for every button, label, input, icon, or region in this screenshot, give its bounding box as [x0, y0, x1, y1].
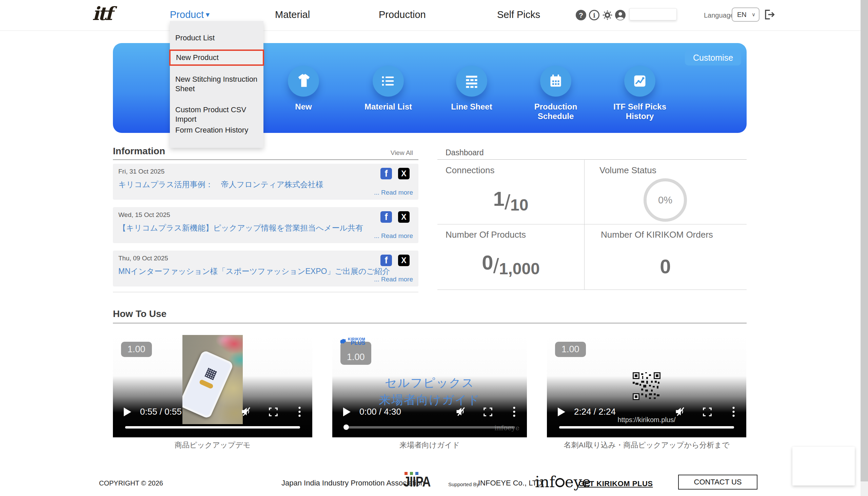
- kebab-menu-icon[interactable]: [732, 406, 735, 419]
- nav-product[interactable]: Product▼: [170, 9, 211, 20]
- calendar-icon: [540, 65, 571, 97]
- news-title-link[interactable]: MNインターファッション様「スポーツファッションEXPO」ご出展のご紹介: [118, 266, 390, 277]
- shortcut-label: Line Sheet: [434, 102, 509, 111]
- read-more-link[interactable]: ... Read more: [374, 232, 413, 240]
- news-item: Fri, 31 Oct 2025 キリコムプラス活用事例： 帝人フロンティア株式…: [113, 164, 418, 200]
- get-kirikom-plus-link[interactable]: GET KIRIKOM PLUS: [578, 479, 653, 488]
- x-icon[interactable]: X: [398, 168, 409, 179]
- volume-status-ring: 0%: [644, 178, 687, 222]
- customise-button[interactable]: Customise: [685, 50, 741, 65]
- nav-material[interactable]: Material: [275, 9, 310, 20]
- shortcut-line-sheet[interactable]: Line Sheet: [434, 65, 509, 111]
- how-to-use-title: How To Use: [113, 309, 167, 319]
- logout-icon[interactable]: [763, 8, 776, 22]
- dashboard-mid-divider: [437, 224, 747, 224]
- fullscreen-icon[interactable]: [483, 407, 493, 418]
- connections-label: Connections: [446, 165, 495, 176]
- shortcut-self-picks-history[interactable]: ITF Self Picks History: [603, 65, 677, 121]
- progress-handle[interactable]: [343, 424, 349, 430]
- dashboard-divider: [437, 159, 747, 160]
- language-label: Language: [704, 12, 734, 19]
- shortcut-material-list[interactable]: Material List: [351, 65, 425, 111]
- facebook-icon[interactable]: f: [381, 211, 392, 223]
- nav-self-picks[interactable]: Self Picks: [497, 9, 540, 20]
- infoeye-logo-left: inf: [535, 473, 555, 491]
- chart-icon: [624, 65, 655, 97]
- line-sheet-icon: [456, 65, 487, 97]
- shortcut-new[interactable]: New: [266, 65, 341, 111]
- language-value: EN: [737, 11, 747, 19]
- dropdown-item-new-stitching[interactable]: New Stitching Instruction Sheet: [175, 75, 259, 94]
- x-icon[interactable]: X: [398, 254, 409, 266]
- dropdown-item-csv-import[interactable]: Custom Product CSV Import: [175, 105, 259, 124]
- news-item: Wed, 15 Oct 2025 【キリコムプラス新機能】ピックアップ情報を営業…: [113, 207, 418, 243]
- scrollbar[interactable]: [861, 0, 868, 496]
- x-icon[interactable]: X: [398, 211, 409, 223]
- infoeye-company-text: INFOEYE Co., LTD.: [478, 479, 544, 487]
- information-title: Information: [113, 146, 165, 157]
- nav-production[interactable]: Production: [379, 9, 426, 20]
- play-button[interactable]: [343, 407, 351, 416]
- floating-panel: [792, 447, 855, 485]
- facebook-icon[interactable]: f: [381, 168, 392, 179]
- volume-status-label: Volume Status: [600, 165, 656, 176]
- news-title-link[interactable]: 【キリコムプラス新機能】ピックアップ情報を営業担当へメール共有: [118, 223, 363, 233]
- contact-us-button[interactable]: CONTACT US: [678, 475, 758, 490]
- tshirt-icon: [288, 65, 319, 97]
- news-item: Thu, 09 Oct 2025 MNインターファッション様「スポーツファッショ…: [113, 250, 418, 286]
- video-time: 0:00 / 4:30: [359, 406, 401, 417]
- nav-product-label: Product: [170, 9, 204, 20]
- qr-code: [633, 372, 661, 401]
- video-overlay-text: セルフピックス: [332, 375, 527, 391]
- infoeye-eye-icon: [555, 478, 564, 487]
- dropdown-item-product-list[interactable]: Product List: [175, 33, 259, 43]
- video-caption: 来場者向けガイド: [332, 440, 527, 450]
- itf-logo[interactable]: itf: [92, 3, 111, 25]
- account-icon[interactable]: [615, 10, 625, 20]
- shortcut-production-schedule[interactable]: Production Schedule: [518, 65, 593, 121]
- page: itf Product▼ Material Production Self Pi…: [0, 0, 868, 496]
- video-player-analysis-guide[interactable]: 1.00 h: [547, 335, 746, 437]
- dropdown-item-new-product[interactable]: New Product: [169, 49, 264, 66]
- scrollbar-end: [861, 481, 868, 496]
- video-player-pickup-demo[interactable]: 1.00 0:55 / 0:55: [113, 335, 312, 437]
- mute-icon[interactable]: [675, 405, 687, 419]
- view-all-link[interactable]: View All: [391, 149, 413, 157]
- header-input[interactable]: [629, 8, 677, 20]
- kirikom-mascot-icon: [339, 338, 347, 345]
- video-progress-bar[interactable]: [559, 426, 734, 429]
- mute-icon[interactable]: [241, 405, 253, 419]
- read-more-link[interactable]: ... Read more: [374, 276, 413, 283]
- mute-icon[interactable]: [455, 405, 467, 419]
- help-icon[interactable]: ?: [576, 10, 586, 20]
- video-player-visitor-guide[interactable]: 1.00 KIRIKOM PLUS セルフピックス 来場者向けガイド infoe…: [332, 335, 527, 437]
- list-icon: [373, 65, 404, 97]
- facebook-icon[interactable]: f: [381, 254, 392, 266]
- connections-total: 10: [510, 196, 528, 214]
- fullscreen-icon[interactable]: [702, 407, 712, 418]
- kirikom-plus-logo: KIRIKOM PLUS: [339, 338, 365, 345]
- info-icon[interactable]: i: [589, 10, 600, 20]
- dashboard-bottom-divider: [437, 290, 747, 290]
- play-button[interactable]: [124, 407, 131, 416]
- fullscreen-icon[interactable]: [268, 407, 278, 418]
- video-progress-bar[interactable]: [125, 426, 300, 429]
- dashboard-title: Dashboard: [446, 148, 484, 157]
- product-dropdown: Product List New Product New Stitching I…: [170, 21, 263, 148]
- news-title-link[interactable]: キリコムプラス活用事例： 帝人フロンティア株式会社様: [118, 179, 324, 190]
- playback-rate-badge: 1.00: [121, 342, 152, 357]
- playback-rate-badge: 1.00: [555, 342, 586, 357]
- video-controls: 0:00 / 4:30: [332, 405, 527, 418]
- kebab-menu-icon[interactable]: [298, 406, 301, 419]
- play-button[interactable]: [558, 407, 565, 416]
- volume-percent: 0%: [658, 195, 672, 206]
- read-more-link[interactable]: ... Read more: [374, 189, 413, 196]
- dropdown-item-label: New Product: [176, 53, 219, 62]
- video-progress-bar[interactable]: [344, 426, 515, 429]
- language-select[interactable]: EN ∨: [732, 7, 760, 22]
- products-total: 1,000: [499, 260, 540, 278]
- kebab-menu-icon[interactable]: [512, 406, 516, 419]
- gear-icon[interactable]: [602, 10, 613, 20]
- dropdown-item-form-history[interactable]: Form Creation History: [175, 125, 259, 135]
- information-divider: [113, 159, 418, 160]
